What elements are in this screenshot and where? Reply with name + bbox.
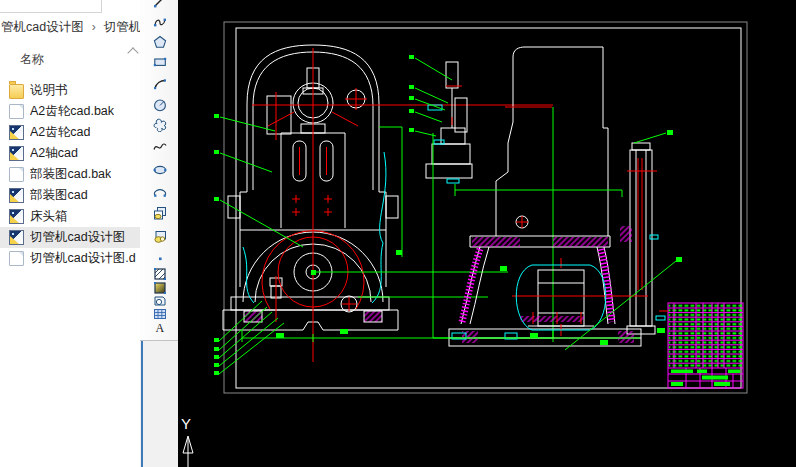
ucs-y-axis-label: Y [181,415,191,432]
cad-drawing: Y [178,0,796,467]
file-row[interactable]: 部装图cad [0,185,140,206]
side-view [409,47,682,350]
bak-file-icon [9,167,24,182]
file-row[interactable]: A2轴cad [0,143,140,164]
dwg-file-icon [9,146,24,161]
file-name: A2齿轮cad.bak [30,103,114,120]
dwg-file-icon [9,188,24,203]
sort-ascending-caret-icon [127,47,138,58]
column-header-name[interactable]: 名称 [0,46,140,70]
ellipse-icon[interactable] [145,161,175,179]
polygon-icon[interactable] [145,33,175,51]
draw-toolbar: A [140,0,179,467]
file-row[interactable]: 说明书 [0,80,140,101]
breadcrumb-folder[interactable]: 管机cad设计图 [0,16,85,39]
front-view [214,45,553,375]
file-name: 床头箱 [30,208,68,225]
line-icon[interactable] [145,0,175,10]
file-name: A2齿轮cad [30,124,90,141]
rectangle-icon[interactable] [145,53,175,71]
file-row[interactable]: A2齿轮cad.bak [0,101,140,122]
file-row[interactable]: 切管机cad设计图 [0,227,140,248]
title-block-table [656,303,743,388]
file-name: 部装图cad [30,187,88,204]
folder-icon [9,84,24,99]
dwg-file-icon [9,230,24,245]
file-name: 切管机cad设计图.d [30,250,136,267]
breadcrumb: 管机cad设计图 › 切管机 [0,13,140,41]
ucs-icon: Y [181,415,193,467]
ellipse-arc-icon[interactable] [145,184,175,202]
insert-block-icon[interactable] [145,204,175,222]
file-row[interactable]: A2齿轮cad [0,122,140,143]
revision-cloud-icon[interactable] [145,116,175,134]
file-row[interactable]: 部装图cad.bak [0,164,140,185]
dwg-file-icon [9,125,24,140]
file-name: 切管机cad设计图 [30,229,125,246]
spline-icon[interactable] [145,138,175,156]
make-block-icon[interactable] [145,228,175,246]
breadcrumb-chevron-icon: › [85,20,103,34]
circle-icon[interactable] [145,96,175,114]
bak-file-icon [9,104,24,119]
dwg-file-icon [9,209,24,224]
file-name: A2轴cad [30,145,78,162]
arc-icon[interactable] [145,74,175,92]
breadcrumb-current[interactable]: 切管机 [103,16,140,39]
file-row[interactable]: 床头箱 [0,206,140,227]
svg-text:A: A [156,321,165,335]
file-name: 说明书 [30,82,68,99]
addressbar-divider-vertical [101,0,102,13]
file-list: 说明书 A2齿轮cad.bak A2齿轮cad A2轴cad 部装图cad.ba… [0,80,140,269]
file-explorer-panel: 管机cad设计图 › 切管机 名称 说明书 A2齿轮cad.bak A2齿轮ca… [0,0,140,467]
column-header-label: 名称 [20,51,44,68]
cad-drawing-canvas[interactable]: Y [178,0,796,467]
multiline-text-icon[interactable]: A [145,318,175,336]
file-name: 部装图cad.bak [30,166,111,183]
file-row[interactable]: 切管机cad设计图.d [0,248,140,269]
bak-file-icon [9,251,24,266]
polyline-icon[interactable] [145,13,175,31]
